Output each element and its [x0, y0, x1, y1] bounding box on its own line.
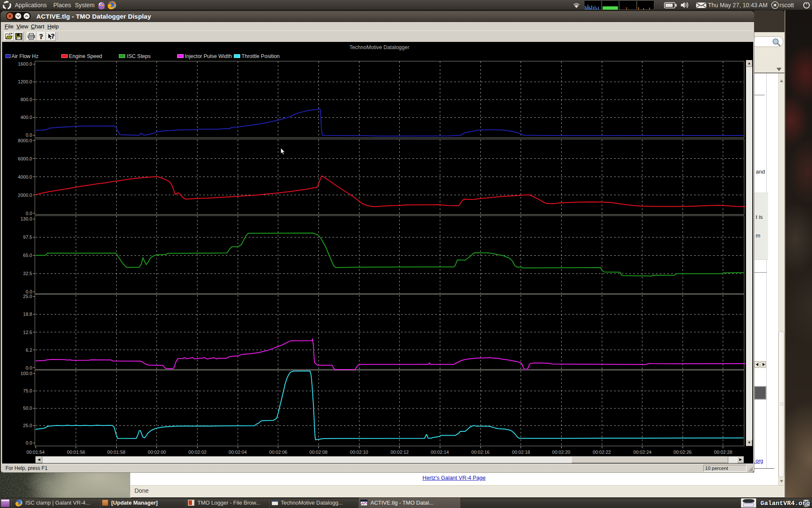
svg-text:6000.0: 6000.0	[18, 156, 32, 161]
svg-text:Engine Speed: Engine Speed	[69, 53, 102, 59]
svg-text:00:01:58: 00:01:58	[107, 450, 126, 455]
svg-text:0.0: 0.0	[26, 211, 32, 216]
svg-text:ISC Steps: ISC Steps	[127, 53, 151, 59]
svg-text:00:02:16: 00:02:16	[472, 450, 490, 455]
svg-text:00:01:54: 00:01:54	[27, 450, 45, 455]
svg-text:00:02:02: 00:02:02	[189, 450, 207, 455]
svg-text:00:02:08: 00:02:08	[310, 450, 328, 455]
svg-text:00:02:04: 00:02:04	[229, 450, 247, 455]
svg-text:32.5: 32.5	[23, 271, 32, 276]
svg-text:50.0: 50.0	[23, 406, 32, 411]
svg-text:00:02:24: 00:02:24	[634, 450, 652, 455]
svg-text:00:01:56: 00:01:56	[67, 450, 85, 455]
svg-text:00:02:12: 00:02:12	[391, 450, 409, 455]
svg-text:65.0: 65.0	[23, 253, 32, 258]
svg-text:1200.0: 1200.0	[18, 79, 32, 84]
svg-text:25.0: 25.0	[23, 423, 32, 428]
svg-text:00:02:20: 00:02:20	[552, 450, 571, 455]
svg-text:00:02:06: 00:02:06	[269, 450, 288, 455]
svg-text:TechnoMotive Datalogger: TechnoMotive Datalogger	[349, 44, 409, 50]
svg-text:Air Flow Hz: Air Flow Hz	[11, 53, 38, 59]
svg-text:97.5: 97.5	[23, 235, 32, 240]
svg-text:00:02:28: 00:02:28	[714, 450, 732, 455]
svg-text:0.0: 0.0	[26, 133, 32, 138]
svg-text:?: ?	[51, 33, 55, 40]
svg-text:00:02:10: 00:02:10	[350, 450, 368, 455]
svg-text:00:02:26: 00:02:26	[674, 450, 692, 455]
svg-text:2000.0: 2000.0	[18, 193, 32, 198]
svg-text:75.0: 75.0	[23, 388, 32, 393]
svg-text:12.5: 12.5	[23, 330, 32, 335]
svg-text:18.8: 18.8	[23, 312, 32, 317]
svg-text:0.0: 0.0	[26, 440, 32, 445]
svg-text:0.0: 0.0	[26, 365, 32, 370]
svg-text:100.0: 100.0	[20, 371, 32, 376]
svg-text:400.0: 400.0	[20, 115, 32, 120]
svg-text:00:02:18: 00:02:18	[512, 450, 530, 455]
svg-text:8000.0: 8000.0	[18, 138, 32, 143]
svg-text:Throttle Position: Throttle Position	[241, 53, 280, 59]
svg-text:6.2: 6.2	[26, 348, 32, 353]
svg-text:?: ?	[39, 33, 43, 40]
svg-text:25.0: 25.0	[23, 294, 32, 299]
svg-text:00:02:22: 00:02:22	[593, 450, 611, 455]
svg-text:1600.0: 1600.0	[18, 61, 32, 66]
svg-text:130.0: 130.0	[20, 216, 32, 221]
svg-text:800.0: 800.0	[20, 97, 32, 102]
svg-text:00:02:14: 00:02:14	[431, 450, 449, 455]
svg-text:00:02:00: 00:02:00	[148, 450, 166, 455]
svg-text:4000.0: 4000.0	[18, 174, 32, 179]
svg-text:Injector Pulse Width: Injector Pulse Width	[185, 53, 232, 59]
